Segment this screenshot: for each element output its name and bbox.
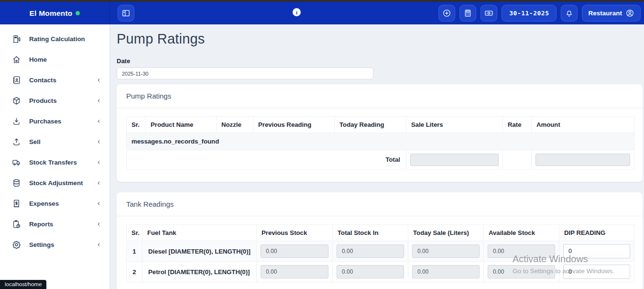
date-badge[interactable]: 30-11-2025	[502, 5, 557, 22]
sidebar-item-reports[interactable]: Reports	[0, 214, 109, 234]
tank-readings-card-title: Tank Readings	[117, 192, 643, 216]
row-fuel-tank: Petrol [DIAMETER(0), LENGTH(0)]	[142, 262, 257, 282]
sidebar-toggle-icon	[121, 9, 131, 18]
date-field-label: Date	[117, 57, 643, 65]
sidebar-item-settings[interactable]: Settings	[0, 234, 109, 255]
col-previous-stock: Previous Stock	[257, 225, 333, 241]
sidebar-item-label: Rating Calculation	[29, 35, 85, 43]
total-amount-input	[535, 154, 630, 166]
topbar: El Momento i	[0, 2, 644, 24]
col-total-stock-in: Total Stock In	[333, 225, 408, 241]
pump-ratings-card-title: Pump Ratings	[117, 84, 643, 108]
row-fuel-tank: Diesel [DIAMETER(0), LENGTH(0)]	[142, 241, 257, 262]
browser-link-preview: localhost/home	[0, 280, 46, 289]
plus-circle-icon	[442, 9, 451, 18]
total-sale-liters-input	[410, 154, 499, 166]
col-sale-liters: Sale Liters	[406, 117, 503, 133]
sidebar-item-products[interactable]: Products	[0, 90, 109, 111]
brand-name: El Momento	[30, 9, 73, 18]
tank-readings-table: Sr. Fuel Tank Previous Stock Total Stock…	[126, 224, 634, 282]
notifications-button[interactable]	[561, 5, 578, 22]
arrow-down-tray-icon	[12, 117, 21, 126]
home-icon	[12, 55, 21, 64]
total-row: Total	[127, 150, 634, 169]
previous-stock-input	[261, 245, 328, 258]
chevron-left-icon	[96, 200, 102, 207]
date-input[interactable]	[117, 67, 373, 79]
sidebar-item-sell[interactable]: Sell	[0, 132, 109, 152]
receipt-icon	[12, 199, 21, 208]
table-row: 2 Petrol [DIAMETER(0), LENGTH(0)]	[127, 262, 634, 282]
window-edge-strip	[0, 0, 644, 2]
col-sr: Sr.	[127, 225, 142, 241]
user-menu-label: Restaurant	[588, 10, 622, 17]
row-sr: 1	[127, 241, 142, 262]
sidebar-item-purchases[interactable]: Purchases	[0, 111, 109, 132]
user-circle-icon	[625, 9, 634, 18]
main-content: Pump Ratings Date Pump Ratings Sr. Produ…	[110, 24, 644, 289]
cash-button[interactable]	[480, 5, 497, 22]
pump-ratings-card: Pump Ratings Sr. Product Name Nozzle Pre…	[117, 84, 643, 182]
sidebar-item-expenses[interactable]: Expenses	[0, 193, 109, 214]
sidebar-item-label: Purchases	[29, 118, 61, 125]
sidebar-item-label: Reports	[29, 221, 53, 228]
total-stock-in-input	[337, 265, 404, 278]
chevron-left-icon	[96, 180, 102, 186]
truck-icon	[12, 158, 21, 167]
col-today-sale-liters: Today Sale (Liters)	[408, 225, 484, 241]
chevron-left-icon	[96, 221, 102, 227]
table-header-row: Sr. Product Name Nozzle Previous Reading…	[127, 117, 634, 133]
user-menu-button[interactable]: Restaurant	[582, 5, 641, 22]
fuel-pump-icon	[12, 34, 21, 44]
col-available-stock: Available Stock	[484, 225, 559, 241]
table-header-row: Sr. Fuel Tank Previous Stock Total Stock…	[127, 225, 634, 241]
sidebar-toggle-button[interactable]	[118, 5, 134, 22]
col-product-name: Product Name	[146, 117, 217, 133]
sidebar-item-label: Expenses	[29, 200, 59, 207]
total-label: Total	[127, 150, 406, 169]
dip-reading-input[interactable]	[563, 265, 630, 279]
brand: El Momento	[0, 2, 110, 24]
calculator-icon	[463, 9, 472, 18]
sidebar-item-contacts[interactable]: Contacts	[0, 70, 109, 90]
plus-circle-button[interactable]	[438, 5, 455, 22]
tank-readings-card: Tank Readings Sr. Fuel Tank Previous Sto…	[117, 192, 643, 289]
page-title: Pump Ratings	[117, 31, 643, 47]
col-fuel-tank: Fuel Tank	[142, 225, 257, 241]
sidebar-item-label: Sell	[29, 138, 41, 145]
sidebar-item-label: Contacts	[29, 77, 56, 84]
sidebar-item-home[interactable]: Home	[0, 49, 109, 70]
col-nozzle: Nozzle	[217, 117, 253, 133]
dip-reading-input[interactable]	[563, 244, 630, 258]
row-sr: 2	[127, 262, 142, 282]
cash-icon	[484, 9, 493, 18]
previous-stock-input	[261, 265, 328, 278]
table-row: 1 Diesel [DIAMETER(0), LENGTH(0)]	[127, 241, 634, 262]
chevron-left-icon	[96, 118, 102, 124]
today-sale-input	[412, 265, 480, 278]
col-dip-reading: DIP READING	[559, 225, 634, 241]
database-icon	[12, 178, 21, 188]
total-stock-in-input	[337, 245, 404, 258]
gear-icon	[12, 240, 21, 249]
sidebar-item-stock-transfers[interactable]: Stock Transfers	[0, 152, 109, 173]
calculator-button[interactable]	[459, 5, 476, 22]
sidebar-item-label: Stock Adjustment	[29, 179, 83, 187]
info-icon[interactable]: i	[293, 8, 301, 16]
sidebar-item-rating-calculation[interactable]: Rating Calculation	[0, 29, 109, 49]
chevron-left-icon	[96, 159, 102, 166]
arrow-up-tray-icon	[12, 137, 21, 146]
col-rate: Rate	[503, 117, 532, 133]
total-rate-cell	[503, 150, 532, 169]
col-amount: Amount	[532, 117, 634, 133]
col-today-reading: Today Reading	[335, 117, 406, 133]
chevron-left-icon	[96, 77, 102, 83]
sidebar-item-stock-adjustment[interactable]: Stock Adjustment	[0, 173, 109, 193]
sidebar: Rating Calculation Home Contacts	[0, 24, 110, 289]
clipboard-clock-icon	[12, 220, 21, 229]
col-previous-reading: Previous Reading	[253, 117, 335, 133]
sidebar-item-label: Settings	[29, 241, 54, 248]
chevron-left-icon	[96, 242, 102, 248]
bell-icon	[565, 9, 574, 18]
available-stock-input	[488, 245, 555, 258]
